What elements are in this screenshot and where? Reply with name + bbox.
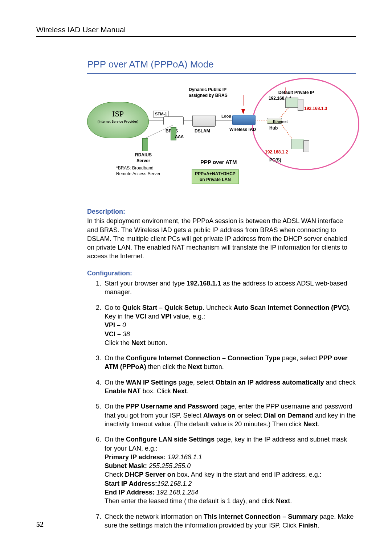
bras-footnote: *BRAS: Broadband Remote Access Server — [116, 165, 160, 177]
ethernet-label: Ethernet — [273, 119, 288, 124]
ip-pc1-label: 192.168.1.3 — [304, 106, 327, 111]
always-on: Always on — [203, 412, 236, 419]
text: and check — [324, 379, 356, 386]
text: On the — [105, 379, 126, 386]
section-divider — [87, 73, 356, 74]
isp-sublabel: (Internet Service Provider) — [87, 119, 149, 124]
text: . — [318, 522, 319, 529]
text: On the — [105, 436, 126, 443]
text: Start your browser and type — [105, 280, 187, 287]
vci-value: 38 — [123, 331, 130, 338]
page-ref: Configure Internet Connection – Connecti… — [126, 354, 280, 362]
vpi-line: VPI – — [105, 321, 122, 329]
ip-address: 192.168.1.1 — [187, 280, 221, 287]
end-ip-label: End IP Address: — [105, 489, 156, 496]
dslam-device-icon — [192, 115, 216, 127]
description-text: In this deployment environment, the PPPo… — [87, 217, 356, 260]
step-2: Go to Quick Start – Quick Setup. Uncheck… — [103, 303, 356, 347]
subnet-mask-value: 255.255.255.0 — [149, 462, 191, 469]
pc1-icon — [283, 98, 301, 113]
text: and — [146, 313, 161, 320]
aaa-label: AAA — [175, 134, 184, 139]
text: or select — [236, 412, 264, 419]
page-ref: Configure LAN side Settings — [126, 436, 215, 443]
vpi-value: 0 — [122, 321, 126, 329]
text: box. And key in the start and end IP add… — [175, 471, 322, 478]
primary-ip-value: 192.168.1.1 — [168, 454, 202, 461]
text: Go to — [105, 304, 122, 311]
vci-line: VCI – — [105, 331, 123, 338]
step-7: Check the network information on This In… — [103, 512, 356, 530]
text: Then enter the leased time ( the default… — [105, 497, 276, 505]
text: Check — [105, 471, 125, 478]
text: . — [290, 497, 292, 505]
text: value, e.g.: — [171, 313, 205, 320]
text: Check the network information on — [105, 513, 204, 520]
vci-label: VCI — [135, 313, 146, 320]
wireless-iad-label: Wireless IAD — [229, 127, 256, 132]
selection: Obtain an IP address automatically — [216, 379, 324, 386]
page-ref: This Internet Connection – Summary — [204, 513, 318, 520]
text: page, select — [177, 379, 216, 386]
isp-cloud: ISP (Internet Service Provider) — [87, 102, 149, 138]
step-4: On the WAN IP Settings page, select Obta… — [103, 378, 356, 396]
pppoa-box: PPPoA+NAT+DHCP on Private LAN — [192, 169, 239, 184]
step-5: On the PPP Username and Password page, e… — [103, 402, 356, 428]
next-button-ref: Next — [188, 363, 202, 370]
finish-button-ref: Finish — [298, 522, 318, 529]
text: . — [318, 420, 319, 428]
dynamic-ip-label: Dynamic Public IP assigned by BRAS — [189, 87, 228, 98]
iad-device-icon — [232, 115, 256, 125]
enable-nat: Enable NAT — [105, 387, 141, 395]
running-header: Wireless IAD User Manual — [36, 25, 356, 34]
bras-device-icon — [163, 116, 184, 125]
hub-label: Hub — [269, 125, 278, 131]
radius-label: RDAIUS Server — [135, 152, 152, 164]
lan-ellipse — [252, 78, 359, 170]
text: . — [187, 387, 189, 395]
text: On the — [105, 354, 126, 362]
text: Click the — [105, 339, 131, 346]
loop-label: Loop — [221, 114, 231, 119]
start-ip-value: 192.168.1.2 — [157, 480, 192, 487]
radius-server-icon — [142, 138, 148, 151]
text: button. — [202, 363, 224, 370]
pc2-icon — [289, 139, 306, 154]
document-page: Wireless IAD User Manual PPP over ATM (P… — [0, 0, 392, 554]
ppp-over-atm-label: PPP over ATM — [200, 159, 237, 166]
text: . Uncheck — [203, 304, 233, 311]
isp-label: ISP — [87, 108, 149, 119]
section-title: PPP over ATM (PPPoA) Mode — [87, 59, 356, 70]
next-button-ref: Next — [276, 497, 290, 505]
page-ref: WAN IP Settings — [126, 379, 177, 386]
page-number: 52 — [36, 520, 44, 529]
subnet-mask-label: Subnet Mask: — [105, 462, 149, 469]
ip-pc2-label: 192.168.1.2 — [265, 149, 288, 155]
header-divider — [36, 36, 356, 37]
dslam-label: DSLAM — [195, 128, 210, 134]
content-area: Dynamic Public IP assigned by BRAS Defau… — [87, 80, 356, 530]
vpi-label: VPI — [161, 313, 171, 320]
primary-ip-label: Primary IP address: — [105, 454, 168, 461]
description-heading: Description: — [87, 207, 356, 216]
dhcp-server-on: DHCP Server on — [125, 471, 175, 478]
configuration-steps: Start your browser and type 192.168.1.1 … — [87, 279, 356, 530]
page-ref: PPP Username and Password — [126, 403, 219, 410]
text: button. — [146, 339, 167, 346]
text: page, select — [280, 354, 319, 362]
auto-scan: Auto Scan Internet Connection (PVC) — [233, 304, 349, 311]
step-1: Start your browser and type 192.168.1.1 … — [103, 279, 356, 297]
svg-marker-9 — [241, 109, 245, 114]
text: box. Click — [141, 387, 173, 395]
start-ip-label: Start IP Address: — [105, 480, 157, 487]
text: then click the — [148, 363, 188, 370]
next-button-ref: Next — [303, 420, 318, 428]
text: On the — [105, 403, 126, 410]
dial-on-demand: Dial on Demand — [264, 412, 313, 419]
network-diagram: Dynamic Public IP assigned by BRAS Defau… — [87, 80, 356, 204]
step-6: On the Configure LAN side Settings page,… — [103, 435, 356, 505]
next-button-ref: Next — [131, 339, 146, 346]
step-3: On the Configure Internet Connection – C… — [103, 354, 356, 372]
pcs-label: PC(S) — [269, 157, 281, 163]
configuration-heading: Configuration: — [87, 269, 356, 278]
